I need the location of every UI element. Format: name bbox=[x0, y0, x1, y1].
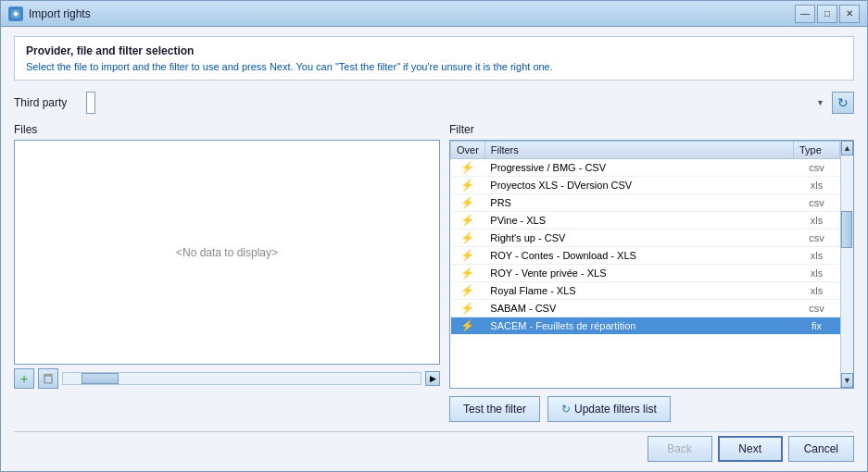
filter-type-cell: xls bbox=[794, 212, 840, 230]
no-data-text: <No data to display> bbox=[176, 246, 278, 259]
back-button[interactable]: Back bbox=[648, 436, 712, 462]
next-button[interactable]: Next bbox=[718, 436, 783, 462]
filter-table-row[interactable]: ⚡Right's up - CSVcsv bbox=[451, 230, 840, 247]
lightning-icon: ⚡ bbox=[460, 319, 474, 332]
window-title: Import rights bbox=[29, 7, 91, 20]
filter-name-cell: SACEM - Feuillets de répartition bbox=[484, 317, 793, 335]
desc-start: Select the file to import and the filter… bbox=[26, 61, 335, 72]
trash-icon bbox=[42, 372, 55, 385]
update-filters-button[interactable]: ↻ Update filters list bbox=[547, 396, 671, 422]
filter-name-cell: Proyectos XLS - DVersion CSV bbox=[484, 177, 793, 194]
svg-rect-1 bbox=[44, 376, 52, 383]
bottom-section: Test the filter ↻ Update filters list Ba… bbox=[14, 396, 854, 462]
delete-file-button[interactable] bbox=[38, 368, 58, 389]
select-arrow-icon: ▼ bbox=[816, 98, 824, 107]
filter-type-cell: xls bbox=[794, 282, 840, 300]
filter-type-cell: fix bbox=[794, 317, 840, 335]
titlebar: Import rights — □ ✕ bbox=[1, 1, 867, 27]
header-section: Provider, file and filter selection Sele… bbox=[14, 36, 854, 81]
filter-name-cell: PVine - XLS bbox=[484, 212, 793, 230]
files-label: Files bbox=[14, 123, 440, 136]
filter-panel: Filter Over Filters Type bbox=[449, 123, 854, 389]
filter-type-cell: csv bbox=[794, 159, 840, 177]
scroll-up-button[interactable]: ▲ bbox=[841, 141, 853, 155]
filter-table-row[interactable]: ⚡Royal Flame - XLSxls bbox=[451, 282, 840, 300]
filter-name-cell: Right's up - CSV bbox=[484, 230, 793, 247]
filter-table-row[interactable]: ⚡ROY - Vente privée - XLSxls bbox=[451, 265, 840, 282]
scrollbar-thumb bbox=[841, 211, 852, 248]
col-header-filters: Filters bbox=[484, 142, 793, 159]
third-party-refresh-button[interactable]: ↻ bbox=[832, 92, 854, 114]
update-icon: ↻ bbox=[561, 403, 571, 416]
filter-name-cell: ROY - Contes - Download - XLS bbox=[484, 247, 793, 265]
third-party-label: Third party bbox=[14, 96, 79, 109]
minimize-button[interactable]: — bbox=[795, 5, 815, 23]
lightning-icon: ⚡ bbox=[460, 284, 474, 297]
file-scrollbar-track[interactable] bbox=[62, 372, 421, 385]
file-scrollbar-thumb bbox=[82, 373, 119, 384]
filter-table-row[interactable]: ⚡PRScsv bbox=[451, 194, 840, 212]
nav-buttons: Back Next Cancel bbox=[14, 431, 854, 462]
filter-table-row[interactable]: ⚡PVine - XLSxls bbox=[451, 212, 840, 230]
filter-name-cell: ROY - Vente privée - XLS bbox=[484, 265, 793, 282]
desc-link: "Test the filter" bbox=[335, 61, 400, 72]
filter-name-cell: PRS bbox=[484, 194, 793, 212]
third-party-row: Third party ▼ ↻ bbox=[14, 92, 854, 114]
test-filter-button[interactable]: Test the filter bbox=[449, 396, 540, 422]
scrollbar-track[interactable] bbox=[841, 155, 853, 373]
filter-table-row[interactable]: ⚡SABAM - CSVcsv bbox=[451, 300, 840, 317]
third-party-select-wrapper: ▼ ↻ bbox=[86, 92, 854, 114]
filter-table-row[interactable]: ⚡Proyectos XLS - DVersion CSVxls bbox=[451, 177, 840, 194]
lightning-icon: ⚡ bbox=[460, 231, 474, 244]
files-panel: Files <No data to display> + bbox=[14, 123, 440, 389]
filter-scrollbar[interactable]: ▲ ▼ bbox=[840, 141, 853, 388]
filter-actions: Test the filter ↻ Update filters list bbox=[449, 396, 854, 422]
filter-label: Filter bbox=[449, 123, 854, 136]
scroll-down-button[interactable]: ▼ bbox=[841, 373, 853, 388]
section-title: Provider, file and filter selection bbox=[26, 44, 842, 57]
col-header-over: Over bbox=[451, 142, 485, 159]
filter-name-cell: Progressive / BMG - CSV bbox=[484, 159, 793, 177]
third-party-select-container: ▼ bbox=[86, 92, 828, 114]
titlebar-left: Import rights bbox=[8, 6, 91, 21]
lightning-icon: ⚡ bbox=[460, 214, 474, 227]
section-description: Select the file to import and the filter… bbox=[26, 61, 842, 72]
filter-type-cell: csv bbox=[794, 194, 840, 212]
lightning-icon: ⚡ bbox=[460, 267, 474, 279]
window-icon bbox=[8, 6, 23, 21]
cancel-button[interactable]: Cancel bbox=[788, 436, 854, 462]
lightning-icon: ⚡ bbox=[460, 302, 474, 315]
maximize-button[interactable]: □ bbox=[817, 5, 837, 23]
desc-end: if you're unsure it is the right one. bbox=[400, 61, 553, 72]
filter-table-scroll: Over Filters Type ⚡Progressive / BMG - C… bbox=[450, 141, 840, 388]
filter-table-area: Over Filters Type ⚡Progressive / BMG - C… bbox=[450, 141, 853, 388]
filter-type-cell: csv bbox=[794, 300, 840, 317]
filter-table-wrapper: Over Filters Type ⚡Progressive / BMG - C… bbox=[449, 140, 854, 389]
main-window: Import rights — □ ✕ Provider, file and f… bbox=[0, 0, 868, 472]
titlebar-controls: — □ ✕ bbox=[795, 5, 860, 23]
filter-table: Over Filters Type ⚡Progressive / BMG - C… bbox=[450, 141, 840, 335]
filter-table-row[interactable]: ⚡Progressive / BMG - CSVcsv bbox=[451, 159, 840, 177]
update-filters-label: Update filters list bbox=[574, 403, 657, 416]
filter-table-row[interactable]: ⚡ROY - Contes - Download - XLSxls bbox=[451, 247, 840, 265]
add-file-button[interactable]: + bbox=[14, 368, 34, 389]
panels-area: Files <No data to display> + bbox=[14, 123, 854, 389]
content-area: Provider, file and filter selection Sele… bbox=[1, 27, 867, 471]
close-button[interactable]: ✕ bbox=[839, 5, 860, 23]
filter-type-cell: csv bbox=[794, 230, 840, 247]
filter-name-cell: SABAM - CSV bbox=[484, 300, 793, 317]
lightning-icon: ⚡ bbox=[460, 249, 474, 262]
col-header-type: Type bbox=[794, 142, 840, 159]
third-party-select[interactable] bbox=[86, 92, 95, 114]
lightning-icon: ⚡ bbox=[460, 179, 474, 192]
filter-type-cell: xls bbox=[794, 177, 840, 194]
scroll-right-button[interactable]: ▶ bbox=[425, 371, 440, 386]
lightning-icon: ⚡ bbox=[460, 196, 474, 209]
filter-type-cell: xls bbox=[794, 265, 840, 282]
filter-name-cell: Royal Flame - XLS bbox=[484, 282, 793, 300]
filter-type-cell: xls bbox=[794, 247, 840, 265]
filter-table-row[interactable]: ⚡SACEM - Feuillets de répartitionfix bbox=[451, 317, 840, 335]
files-list: <No data to display> bbox=[14, 140, 440, 365]
lightning-icon: ⚡ bbox=[460, 161, 474, 174]
